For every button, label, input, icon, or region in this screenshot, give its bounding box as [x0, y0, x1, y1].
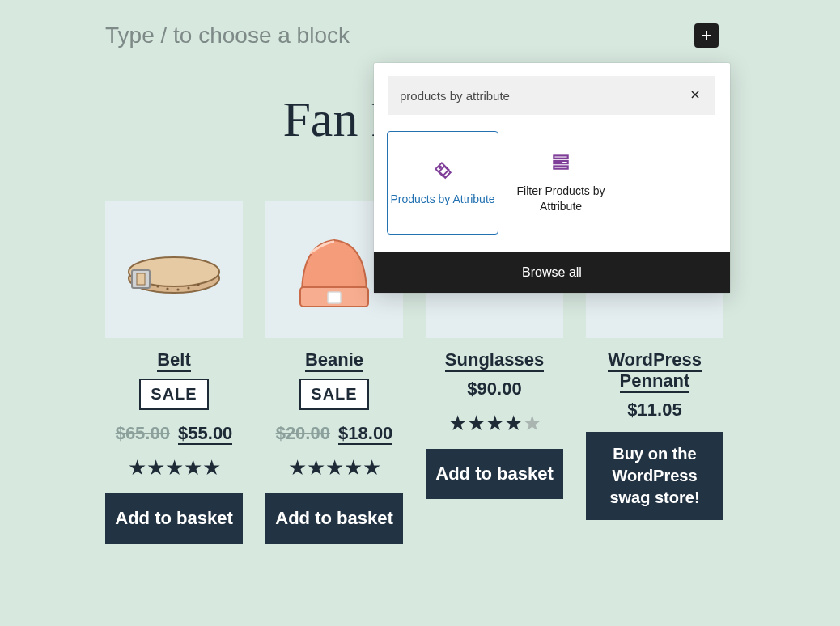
product-title[interactable]: Beanie — [305, 349, 363, 370]
product-price: $65.00 $55.00 — [116, 423, 233, 444]
star-icon: ★ — [202, 455, 221, 480]
star-icon: ★ — [363, 455, 381, 480]
add-block-button[interactable] — [694, 23, 719, 48]
svg-point-4 — [156, 285, 159, 287]
product-price: $11.05 — [627, 400, 681, 421]
price-current: $11.05 — [627, 400, 681, 420]
svg-rect-15 — [554, 167, 567, 169]
star-icon: ★ — [184, 455, 202, 480]
star-icon: ★ — [165, 455, 184, 480]
star-icon: ★ — [146, 455, 165, 480]
star-icon-empty: ★ — [523, 411, 541, 436]
block-search-input[interactable] — [400, 89, 686, 103]
price-old: $65.00 — [116, 423, 170, 443]
block-item-filter-products-by-attribute[interactable]: Filter Products by Attribute — [505, 131, 617, 235]
star-icon: ★ — [128, 455, 146, 480]
rating-stars: ★ ★ ★ ★ ★ — [448, 411, 541, 436]
svg-point-6 — [176, 288, 179, 290]
filter-list-icon — [550, 151, 571, 172]
product-title[interactable]: WordPress Pennant — [586, 349, 723, 391]
close-icon — [689, 89, 701, 100]
svg-point-8 — [197, 283, 199, 286]
svg-rect-14 — [562, 161, 568, 163]
plus-icon — [699, 28, 714, 43]
product-title[interactable]: Belt — [157, 349, 191, 370]
sale-badge: SALE — [139, 379, 208, 410]
rating-stars: ★ ★ ★ ★ ★ — [128, 455, 221, 480]
star-icon: ★ — [504, 411, 523, 436]
product-image[interactable] — [105, 201, 243, 338]
star-icon: ★ — [288, 455, 307, 480]
svg-rect-3 — [137, 273, 145, 285]
svg-point-7 — [187, 286, 189, 289]
add-to-basket-button[interactable]: Add to basket — [426, 449, 563, 499]
rating-stars: ★ ★ ★ ★ ★ — [288, 455, 381, 480]
add-to-basket-button[interactable]: Add to basket — [265, 493, 403, 544]
star-icon: ★ — [448, 411, 467, 436]
block-results: Products by Attribute Filter Products by… — [374, 123, 730, 252]
clear-search-button[interactable] — [686, 84, 704, 108]
price-current: $18.00 — [338, 423, 392, 445]
star-icon: ★ — [307, 455, 325, 480]
editor-top-row: Type / to choose a block — [105, 23, 719, 49]
svg-rect-13 — [554, 161, 560, 163]
svg-rect-12 — [554, 156, 567, 159]
price-current: $90.00 — [467, 379, 521, 399]
block-inserter-popover: Products by Attribute Filter Products by… — [374, 63, 730, 293]
price-current: $55.00 — [178, 423, 232, 445]
svg-rect-10 — [328, 292, 341, 303]
sale-badge: SALE — [299, 379, 368, 410]
block-item-label: Products by Attribute — [390, 192, 494, 207]
external-buy-button[interactable]: Buy on the WordPress swag store! — [586, 432, 723, 520]
svg-point-11 — [439, 166, 441, 168]
product-price: $90.00 — [467, 379, 521, 400]
price-old: $20.00 — [276, 423, 330, 443]
svg-point-5 — [166, 287, 168, 290]
block-item-label: Filter Products by Attribute — [506, 184, 616, 214]
product-title[interactable]: Sunglasses — [445, 349, 544, 370]
product-card-belt: Belt SALE $65.00 $55.00 ★ ★ ★ ★ ★ Add to… — [105, 201, 243, 544]
star-icon: ★ — [344, 455, 363, 480]
tags-icon — [432, 159, 453, 180]
belt-illustration — [117, 233, 231, 306]
add-to-basket-button[interactable]: Add to basket — [105, 493, 243, 544]
star-icon: ★ — [467, 411, 486, 436]
beanie-illustration — [286, 221, 383, 318]
block-placeholder[interactable]: Type / to choose a block — [105, 23, 350, 49]
star-icon: ★ — [325, 455, 344, 480]
block-search-field[interactable] — [388, 76, 715, 115]
browse-all-button[interactable]: Browse all — [374, 252, 730, 293]
star-icon: ★ — [486, 411, 504, 436]
product-price: $20.00 $18.00 — [276, 423, 393, 444]
block-item-products-by-attribute[interactable]: Products by Attribute — [387, 131, 498, 235]
